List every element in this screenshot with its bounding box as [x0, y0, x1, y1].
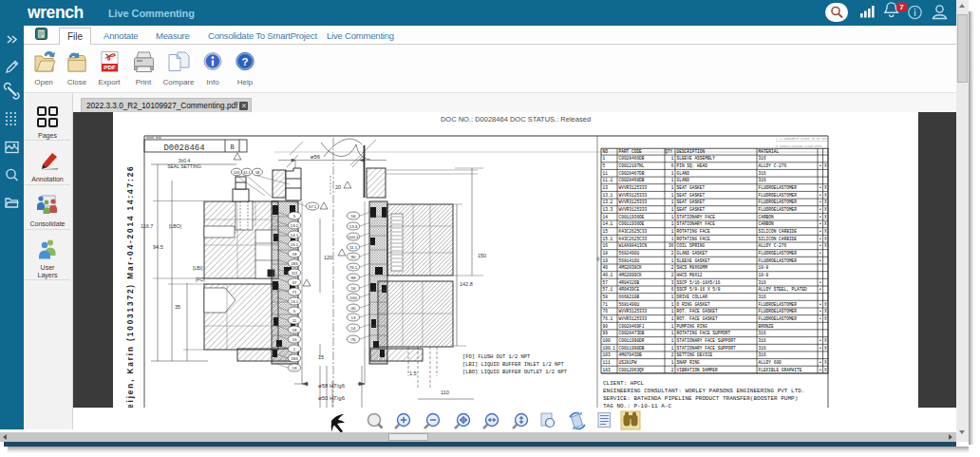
svg-text:99: 99	[351, 276, 356, 280]
svg-text:100.1: 100.1	[349, 235, 360, 239]
svg-text:7: 7	[899, 3, 904, 11]
svg-text:ø58 H7/g6: ø58 H7/g6	[318, 383, 346, 389]
svg-text:41.1: 41.1	[243, 171, 250, 175]
svg-text:16: 16	[351, 286, 356, 291]
svg-text:19: 19	[292, 366, 297, 371]
svg-text:16: 16	[351, 214, 356, 219]
svg-text:142.8: 142.8	[460, 281, 473, 287]
svg-text:SERVICE: BATHINDA PIPELINE PRO: SERVICE: BATHINDA PIPELINE PRODUCT TRANS…	[603, 395, 798, 402]
svg-text:SEAL SETTING: SEAL SETTING	[167, 163, 201, 169]
svg-text:PDF: PDF	[104, 64, 116, 70]
svg-text:94.5: 94.5	[153, 244, 163, 250]
svg-text:11: 11	[292, 318, 297, 323]
svg-text:100: 100	[349, 295, 357, 300]
svg-text:?: ?	[241, 56, 248, 67]
svg-text:[LBI]: [LBI]	[193, 265, 203, 271]
svg-text:110: 110	[441, 390, 449, 395]
svg-text:14.1: 14.1	[291, 233, 299, 238]
svg-text:B: B	[230, 143, 234, 151]
svg-text:1.5: 1.5	[409, 371, 417, 376]
svg-text:ENGINEERING CONSULTANT: WORLE: ENGINEERING CONSULTANT: WORLEY PARSONS E…	[603, 388, 804, 394]
svg-text:DOC NO.: D0028464 DOC STATUS.: DOC NO.: D0028464 DOC STATUS.: Released	[441, 115, 591, 124]
svg-text:ø50 H7/g6: ø50 H7/g6	[318, 395, 346, 401]
svg-text:XXXXXXXXXXXXXXXXX: XXXXXXXXXXXXXXXXX	[824, 163, 827, 371]
svg-text:0 COMMISSIONING ISSUE APPD: 0 COMMISSIONING ISSUE APPD	[776, 144, 821, 148]
svg-text:eijen, Karin (10031372) Mar-0: eijen, Karin (10031372) Mar-04-2014 14:4…	[126, 164, 135, 408]
svg-text:18: 18	[292, 252, 297, 257]
svg-text:90: 90	[351, 255, 356, 259]
svg-text:CLIENT: HPCL: CLIENT: HPCL	[603, 380, 645, 387]
svg-text:QTY: QTY	[665, 149, 672, 154]
svg-text:103: 103	[234, 171, 239, 175]
svg-text:[LBO] LIQUID BUFFER OUTLET 1/2: [LBO] LIQUID BUFFER OUTLET 1/2 NPT	[462, 370, 568, 375]
svg-text:57.1: 57.1	[309, 204, 317, 209]
svg-text:40: 40	[351, 306, 356, 311]
svg-text:116.7: 116.7	[141, 223, 153, 229]
svg-text:[LBI] LIQUID BUFFER INLET 1/2: [LBI] LIQUID BUFFER INLET 1/2 NPT	[462, 362, 565, 368]
svg-text:13: 13	[351, 315, 356, 320]
svg-text:11.1: 11.1	[349, 245, 358, 250]
svg-text:37: 37	[292, 280, 297, 285]
svg-text:76: 76	[351, 337, 356, 342]
svg-text:PART CODE: PART CODE	[619, 149, 643, 154]
svg-text:13.2: 13.2	[291, 223, 299, 228]
svg-text:15: 15	[318, 354, 324, 360]
svg-text:•••••••••••••••••••••: •••••••••••••••••••••	[819, 163, 821, 371]
svg-text:[LBO]: [LBO]	[169, 223, 181, 229]
svg-text:ø56: ø56	[311, 154, 321, 160]
svg-text:76.1: 76.1	[349, 265, 358, 270]
svg-text:20: 20	[335, 184, 341, 190]
svg-text:35: 35	[175, 304, 180, 310]
svg-text:D0028464: D0028464	[163, 143, 204, 153]
svg-text:15: 15	[292, 337, 297, 342]
svg-text:1 J.JAGADEESH KUMAR 10-04 RFC1: 1 J.JAGADEESH KUMAR 10-04 RFC1	[776, 137, 829, 141]
svg-text:111: 111	[292, 271, 298, 276]
svg-text:[FO] FLUSH OUT 1/2: [FO] FLUSH OUT 1/2 NPT	[462, 354, 531, 360]
svg-text:DESCRIPTION: DESCRIPTION	[677, 149, 706, 154]
svg-text:15.1: 15.1	[291, 242, 299, 247]
svg-text:150: 150	[478, 253, 486, 258]
svg-text:NO: NO	[603, 149, 609, 154]
svg-text:13.1: 13.1	[291, 299, 299, 304]
svg-text:183: 183	[291, 356, 298, 361]
svg-text:14: 14	[351, 326, 356, 331]
svg-text:71: 71	[292, 290, 297, 295]
svg-text:58: 58	[255, 171, 259, 175]
svg-text:[FO]: [FO]	[196, 276, 205, 282]
svg-text:MATERIAL: MATERIAL	[759, 149, 780, 154]
svg-text:183: 183	[291, 261, 298, 266]
svg-text:®: ®	[596, 257, 600, 262]
svg-text:120: 120	[324, 255, 332, 260]
svg-text:18: 18	[292, 328, 297, 333]
svg-text:13.3: 13.3	[349, 224, 358, 229]
